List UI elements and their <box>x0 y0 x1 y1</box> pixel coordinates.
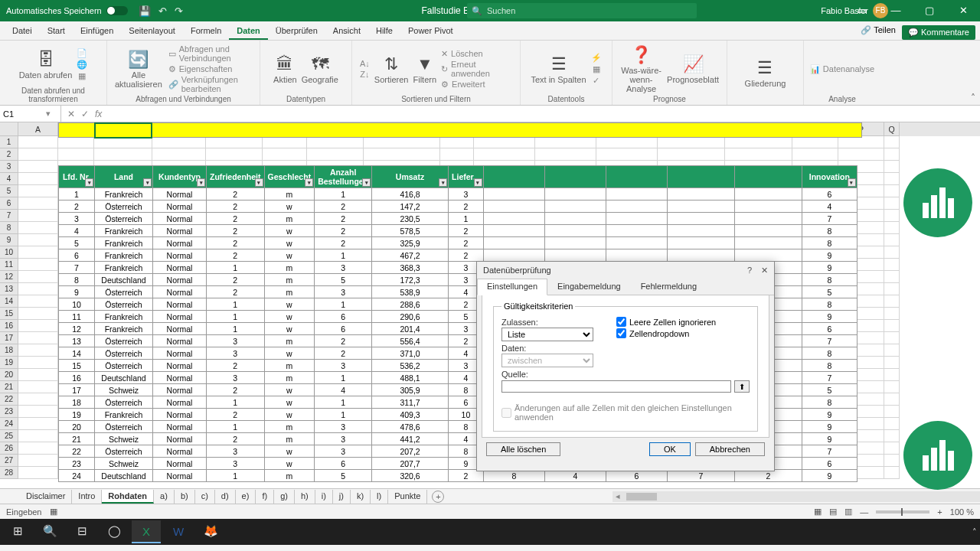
table-cell[interactable]: Frankreich <box>95 237 153 249</box>
table-cell[interactable] <box>544 201 606 213</box>
table-cell[interactable]: 1 <box>315 396 372 409</box>
cell[interactable] <box>884 320 900 332</box>
queries-connections-button[interactable]: ▭ Abfragen und Verbindungen <box>168 44 252 63</box>
table-cell[interactable]: 22 <box>59 445 95 458</box>
table-cell[interactable]: 16 <box>59 372 95 384</box>
minimize-icon[interactable]: — <box>879 0 913 21</box>
table-cell[interactable]: 2 <box>207 249 265 262</box>
table-cell[interactable]: 3 <box>207 458 265 470</box>
cell[interactable] <box>18 259 58 271</box>
table-cell[interactable]: Frankreich <box>95 323 153 335</box>
table-cell[interactable]: m <box>264 262 315 274</box>
get-data-button[interactable]: 🗄Daten abrufen <box>19 50 73 80</box>
cortana-icon[interactable]: ◯ <box>100 520 129 543</box>
table-cell[interactable]: Normal <box>153 274 207 286</box>
table-cell[interactable]: 6 <box>802 458 857 470</box>
cell[interactable] <box>18 222 58 234</box>
menu-tab-power pivot[interactable]: Power Pivot <box>400 23 461 40</box>
table-cell[interactable]: 147,2 <box>372 201 449 213</box>
fx-icon[interactable]: fx <box>95 109 102 119</box>
table-cell[interactable]: 12 <box>59 323 95 335</box>
table-cell[interactable]: 538,9 <box>372 286 449 298</box>
cell[interactable] <box>884 430 900 442</box>
row-header[interactable]: 16 <box>0 320 18 332</box>
table-cell[interactable]: 1 <box>207 421 265 433</box>
table-cell[interactable]: 288,6 <box>372 298 449 311</box>
cell[interactable] <box>18 357 58 369</box>
cell[interactable] <box>884 442 900 455</box>
worksheet-tab[interactable]: f) <box>256 490 274 504</box>
table-cell[interactable]: 2 <box>449 237 484 249</box>
row-header[interactable]: 21 <box>0 381 18 393</box>
cell[interactable] <box>18 148 58 161</box>
cell[interactable] <box>838 148 884 161</box>
table-cell[interactable]: m <box>264 213 315 225</box>
table-cell[interactable]: Normal <box>153 249 207 262</box>
filter-dropdown-icon[interactable]: ▾ <box>474 178 482 187</box>
cell[interactable] <box>792 148 838 161</box>
table-cell[interactable]: 1 <box>207 470 265 482</box>
ribbon-mode-icon[interactable]: ▭ <box>845 0 879 21</box>
table-cell[interactable]: 19 <box>59 409 95 421</box>
table-cell[interactable]: 15 <box>59 360 95 372</box>
cell[interactable] <box>884 357 900 369</box>
forecast-button[interactable]: 📈Prognoseblatt <box>667 54 719 84</box>
sort-button[interactable]: ⇅Sortieren <box>374 54 409 84</box>
table-cell[interactable]: 9 <box>802 311 857 323</box>
cell[interactable] <box>18 430 58 442</box>
table-cell[interactable]: 9 <box>802 433 857 445</box>
close-icon[interactable]: ✕ <box>946 0 980 21</box>
range-picker-button[interactable]: ⬆ <box>734 380 750 393</box>
data-analysis-button[interactable]: 📊 Datenanalyse <box>810 64 874 74</box>
table-cell[interactable]: 21 <box>59 433 95 445</box>
table-cell[interactable]: 3 <box>315 262 372 274</box>
page-layout-icon[interactable]: ▤ <box>829 507 837 517</box>
table-cell[interactable]: w <box>264 347 315 360</box>
cell[interactable] <box>364 148 440 161</box>
cell[interactable] <box>792 136 838 148</box>
table-cell[interactable]: Deutschland <box>95 470 153 482</box>
worksheet-tab[interactable]: h) <box>295 490 315 504</box>
table-cell[interactable]: 2 <box>315 335 372 347</box>
table-cell[interactable]: Normal <box>153 298 207 311</box>
table-cell[interactable]: w <box>264 237 315 249</box>
table-header[interactable]: Umsatz▾ <box>372 166 449 188</box>
table-cell[interactable]: 1 <box>315 298 372 311</box>
enter-formula-icon[interactable]: ✓ <box>81 109 89 119</box>
cell[interactable] <box>18 185 58 197</box>
table-cell[interactable] <box>483 237 544 249</box>
excel-taskbar-icon[interactable]: X <box>132 520 161 543</box>
cell[interactable] <box>18 210 58 222</box>
table-cell[interactable]: Normal <box>153 262 207 274</box>
table-cell[interactable]: 2 <box>449 201 484 213</box>
table-cell[interactable]: 1 <box>207 323 265 335</box>
cell[interactable] <box>58 136 94 148</box>
table-header[interactable] <box>667 166 734 188</box>
table-cell[interactable]: 20 <box>59 421 95 433</box>
row-header[interactable]: 5 <box>0 185 18 197</box>
table-cell[interactable]: 5 <box>315 274 372 286</box>
table-header[interactable]: Anzahl Bestellungen▾ <box>315 166 372 188</box>
from-web-icon[interactable]: 🌐 <box>77 60 87 70</box>
table-cell[interactable]: Österreich <box>95 421 153 433</box>
cell[interactable] <box>658 148 725 161</box>
table-cell[interactable]: w <box>264 384 315 396</box>
cell[interactable] <box>474 136 535 148</box>
table-cell[interactable] <box>667 201 734 213</box>
from-table-icon[interactable]: ▦ <box>77 71 87 81</box>
table-cell[interactable]: 6 <box>802 188 857 201</box>
cell[interactable] <box>535 136 596 148</box>
source-input[interactable] <box>501 380 731 393</box>
worksheet-tab[interactable]: l) <box>371 490 388 504</box>
table-cell[interactable]: Normal <box>153 225 207 237</box>
table-cell[interactable]: 9 <box>802 470 857 482</box>
table-cell[interactable]: 6 <box>315 323 372 335</box>
table-cell[interactable]: 2 <box>315 347 372 360</box>
row-header[interactable]: 18 <box>0 344 18 357</box>
table-cell[interactable]: 24 <box>59 470 95 482</box>
worksheet-tab[interactable]: Punkte <box>388 490 427 504</box>
cell[interactable] <box>18 271 58 283</box>
cell[interactable] <box>18 381 58 393</box>
help-icon[interactable]: ? <box>747 266 752 276</box>
table-cell[interactable]: 2 <box>207 360 265 372</box>
